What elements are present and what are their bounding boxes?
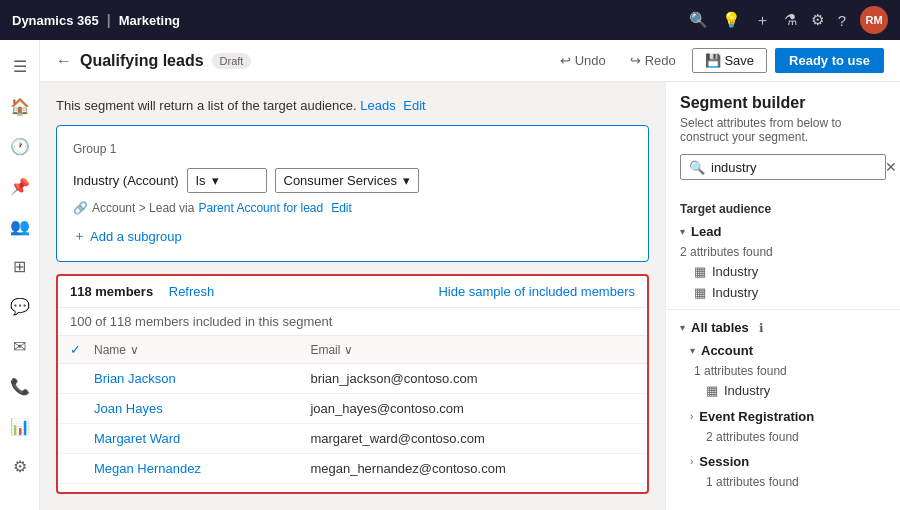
builder-header: Segment builder Select attributes from b… [666,82,900,188]
redo-button[interactable]: ↪ Redo [622,49,684,72]
sidebar-book-icon[interactable]: 📊 [2,408,38,444]
lightbulb-icon[interactable]: 💡 [722,11,741,29]
chevron-right-icon-event: › [690,411,693,422]
event-section-header[interactable]: › Event Registration [666,405,900,428]
target-audience-label: Target audience [666,196,900,220]
condition-value-dropdown[interactable]: Consumer Services ▾ [275,168,419,193]
undo-label: Undo [575,53,606,68]
help-icon[interactable]: ? [838,12,846,29]
chevron-down-icon-val: ▾ [403,173,410,188]
account-industry-attr[interactable]: ▦ Industry [666,380,900,401]
main-layout: ☰ 🏠 🕐 📌 👥 ⊞ 💬 ✉ 📞 📊 ⚙ ← Qualifying leads… [0,40,900,510]
event-section-label: Event Registration [699,409,814,424]
lead-sublabel: 2 attributes found [666,243,900,261]
clear-search-icon[interactable]: ✕ [885,159,897,175]
content-area: ← Qualifying leads Draft ↩ Undo ↪ Redo 💾… [40,40,900,510]
plus-icon: ＋ [73,227,86,245]
member-email: julie_howard@contoso.com [310,491,635,494]
sidebar-phone-icon[interactable]: 📞 [2,368,38,404]
grid-icon-1: ▦ [694,264,706,279]
chevron-down-icon-account: ▾ [690,345,695,356]
members-subtext: 100 of 118 members included in this segm… [58,308,647,336]
session-section-header[interactable]: › Session [666,450,900,473]
grid-icon-3: ▦ [706,383,718,398]
lead-section-label: Lead [691,224,721,239]
segment-builder-panel: Segment builder Select attributes from b… [665,82,900,510]
chain-icon: 🔗 [73,201,88,215]
divider-1 [666,309,900,310]
path-link[interactable]: Parent Account for lead [198,201,323,215]
sidebar-mail-icon[interactable]: ✉ [2,328,38,364]
sidebar-pin-icon[interactable]: 📌 [2,168,38,204]
sidebar-recent-icon[interactable]: 🕐 [2,128,38,164]
name-sort-icon: ∨ [130,343,139,357]
avatar[interactable]: RM [860,6,888,34]
settings-icon[interactable]: ⚙ [811,11,824,29]
sidebar-settings2-icon[interactable]: ⚙ [2,448,38,484]
member-name[interactable]: Megan Hernandez [94,461,310,476]
account-section-header[interactable]: ▾ Account [666,339,900,362]
table-header: ✓ Name ∨ Email ∨ [58,336,647,364]
table-row[interactable]: Joan Hayes joan_hayes@contoso.com [58,394,647,424]
back-button[interactable]: ← [56,52,72,70]
table-row[interactable]: Julie Howard julie_howard@contoso.com [58,484,647,494]
sidebar-home-icon[interactable]: 🏠 [2,88,38,124]
segment-info-text: This segment will return a list of the t… [56,98,357,113]
page-title: Qualifying leads [80,52,204,70]
undo-button[interactable]: ↩ Undo [552,49,614,72]
info-icon: ℹ [759,321,764,335]
sidebar-people-icon[interactable]: 👥 [2,208,38,244]
member-email: margaret_ward@contoso.com [310,431,635,446]
grid-icon-2: ▦ [694,285,706,300]
header-actions: ↩ Undo ↪ Redo 💾 Save Ready to use [552,48,884,73]
session-sublabel: 1 attributes found [666,473,900,491]
save-button[interactable]: 💾 Save [692,48,767,73]
content-split: This segment will return a list of the t… [40,82,900,510]
condition-field-label: Industry (Account) [73,173,179,188]
status-badge: Draft [212,53,252,69]
email-column-header[interactable]: Email ∨ [310,343,635,357]
chevron-down-icon-all: ▾ [680,322,685,333]
condition-row: Industry (Account) Is ▾ Consumer Service… [73,168,632,193]
member-name[interactable]: Joan Hayes [94,401,310,416]
undo-icon: ↩ [560,53,571,68]
add-icon[interactable]: ＋ [755,11,770,30]
group-label: Group 1 [73,142,632,156]
page-header: ← Qualifying leads Draft ↩ Undo ↪ Redo 💾… [40,40,900,82]
refresh-link[interactable]: Refresh [169,284,215,299]
top-navigation: Dynamics 365 | Marketing 🔍 💡 ＋ ⚗ ⚙ ? RM [0,0,900,40]
member-name[interactable]: Julie Howard [94,491,310,494]
all-tables-header[interactable]: ▾ All tables ℹ [666,316,900,339]
table-row[interactable]: Brian Jackson brian_jackson@contoso.com [58,364,647,394]
search-input[interactable] [711,160,879,175]
member-name[interactable]: Brian Jackson [94,371,310,386]
add-subgroup-button[interactable]: ＋ Add a subgroup [73,227,182,245]
check-column-header: ✓ [70,342,94,357]
segment-edit-link[interactable]: Edit [403,98,425,113]
lead-section-header[interactable]: ▾ Lead [666,220,900,243]
add-subgroup-label: Add a subgroup [90,229,182,244]
sidebar-grid-icon[interactable]: ⊞ [2,248,38,284]
lead-industry-attr-2[interactable]: ▦ Industry [666,282,900,303]
sidebar-menu-icon[interactable]: ☰ [2,48,38,84]
filter-icon[interactable]: ⚗ [784,11,797,29]
name-column-header[interactable]: Name ∨ [94,343,310,357]
path-edit-link[interactable]: Edit [331,201,352,215]
lead-industry-attr-1[interactable]: ▦ Industry [666,261,900,282]
condition-operator-dropdown[interactable]: Is ▾ [187,168,267,193]
sidebar-chat-icon[interactable]: 💬 [2,288,38,324]
search-box[interactable]: 🔍 ✕ [680,154,886,180]
account-sublabel: 1 attributes found [666,362,900,380]
hide-members-link[interactable]: Hide sample of included members [438,284,635,299]
segment-entity-link[interactable]: Leads [360,98,395,113]
group-box: Group 1 Industry (Account) Is ▾ Consumer… [56,125,649,262]
parent-path: 🔗 Account > Lead via Parent Account for … [73,201,632,215]
member-name[interactable]: Margaret Ward [94,431,310,446]
account-section-label: Account [701,343,753,358]
table-row[interactable]: Margaret Ward margaret_ward@contoso.com [58,424,647,454]
ready-to-use-button[interactable]: Ready to use [775,48,884,73]
search-icon-builder: 🔍 [689,160,705,175]
segment-info: This segment will return a list of the t… [56,98,649,113]
search-icon[interactable]: 🔍 [689,11,708,29]
table-row[interactable]: Megan Hernandez megan_hernandez@contoso.… [58,454,647,484]
